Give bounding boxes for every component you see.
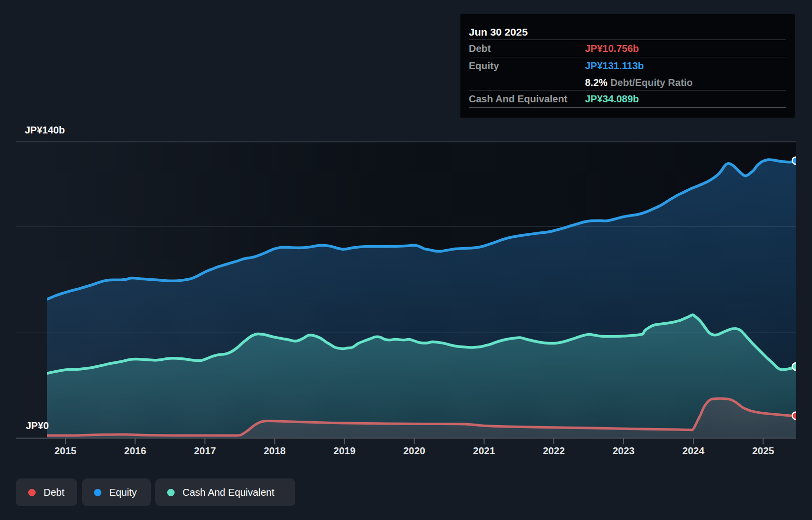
svg-text:2019: 2019	[333, 445, 356, 456]
svg-text:2015: 2015	[54, 445, 77, 456]
svg-text:2018: 2018	[264, 445, 286, 456]
svg-text:2023: 2023	[613, 445, 635, 456]
svg-text:2016: 2016	[124, 445, 146, 456]
svg-text:JP¥0: JP¥0	[26, 420, 49, 431]
svg-text:2025: 2025	[752, 445, 774, 456]
svg-text:2022: 2022	[543, 445, 565, 456]
svg-text:JP¥140b: JP¥140b	[25, 125, 65, 135]
svg-text:2024: 2024	[682, 445, 705, 456]
svg-text:2021: 2021	[473, 445, 496, 456]
svg-text:2017: 2017	[194, 445, 216, 456]
svg-text:2020: 2020	[403, 445, 425, 456]
